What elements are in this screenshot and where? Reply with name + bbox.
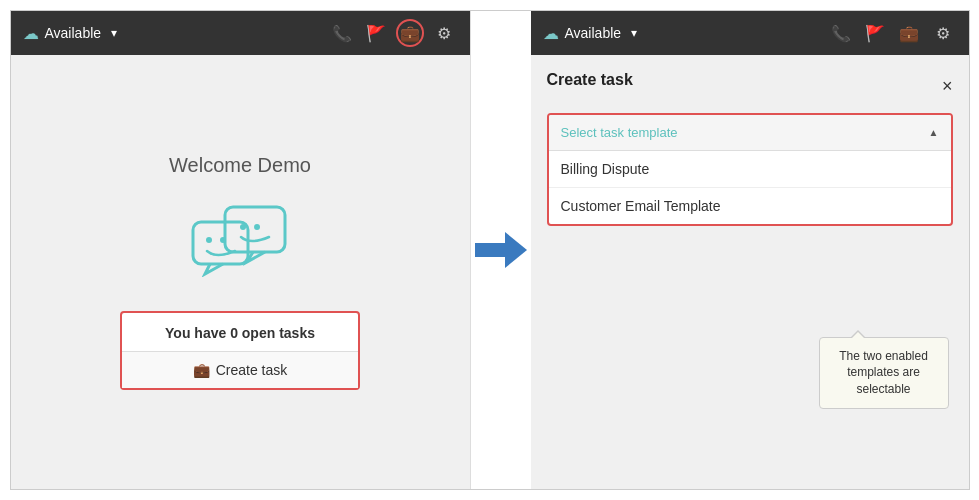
briefcase-icon: 💼: [193, 362, 210, 378]
dropdown-placeholder: Select task template: [561, 125, 678, 140]
left-panel: ☁ Available ▾ 📞 🚩 💼 ⚙ Welcome Demo: [11, 11, 471, 489]
left-status-text: Available: [45, 25, 102, 41]
welcome-text: Welcome Demo: [169, 154, 311, 177]
right-chevron-icon[interactable]: ▾: [631, 26, 637, 40]
svg-point-4: [206, 237, 212, 243]
svg-rect-0: [225, 207, 285, 252]
right-status-text: Available: [565, 25, 622, 41]
left-gear-icon[interactable]: ⚙: [430, 19, 458, 47]
dropdown-item-billing[interactable]: Billing Dispute: [549, 151, 951, 188]
task-box: You have 0 open tasks 💼 Create task: [120, 311, 360, 390]
right-header: ☁ Available ▾ 📞 🚩 💼 ⚙: [531, 11, 969, 55]
left-status-icon: ☁: [23, 24, 39, 43]
right-header-icons: 📞 🚩 💼 ⚙: [827, 19, 957, 47]
right-status-icon: ☁: [543, 24, 559, 43]
chat-bubbles-svg: [185, 197, 295, 277]
right-flag-icon[interactable]: 🚩: [861, 19, 889, 47]
dropdown-item-customer-email[interactable]: Customer Email Template: [549, 188, 951, 224]
task-count-text: You have 0 open tasks: [122, 325, 358, 341]
right-briefcase-icon[interactable]: 💼: [895, 19, 923, 47]
create-task-button[interactable]: 💼 Create task: [122, 351, 358, 388]
left-chevron-icon[interactable]: ▾: [111, 26, 117, 40]
arrow-wrapper: [471, 11, 531, 489]
right-gear-icon[interactable]: ⚙: [929, 19, 957, 47]
modal-title: Create task: [547, 71, 633, 89]
create-task-label: Create task: [216, 362, 288, 378]
left-briefcase-icon[interactable]: 💼: [396, 19, 424, 47]
chat-icon-wrapper: [185, 197, 295, 281]
right-header-left: ☁ Available ▾: [543, 24, 638, 43]
right-body: Create task × Select task template ▲ Bil…: [531, 55, 969, 489]
close-button[interactable]: ×: [942, 77, 953, 95]
left-main-content: Welcome Demo: [11, 55, 470, 489]
left-flag-icon[interactable]: 🚩: [362, 19, 390, 47]
main-container: ☁ Available ▾ 📞 🚩 💼 ⚙ Welcome Demo: [10, 10, 970, 490]
svg-point-2: [254, 224, 260, 230]
left-header-icons: 📞 🚩 💼 ⚙: [328, 19, 458, 47]
callout-tooltip: The two enabled templates are selectable: [819, 337, 949, 409]
left-header: ☁ Available ▾ 📞 🚩 💼 ⚙: [11, 11, 470, 55]
dropdown-header[interactable]: Select task template ▲: [549, 115, 951, 151]
svg-rect-3: [193, 222, 248, 264]
dropdown-arrow-icon: ▲: [929, 127, 939, 138]
svg-point-5: [220, 237, 226, 243]
left-header-left: ☁ Available ▾: [23, 24, 118, 43]
right-panel: ☁ Available ▾ 📞 🚩 💼 ⚙ Create task × Sele…: [531, 11, 969, 489]
left-phone-icon[interactable]: 📞: [328, 19, 356, 47]
right-phone-icon[interactable]: 📞: [827, 19, 855, 47]
task-template-dropdown[interactable]: Select task template ▲ Billing Dispute C…: [547, 113, 953, 226]
